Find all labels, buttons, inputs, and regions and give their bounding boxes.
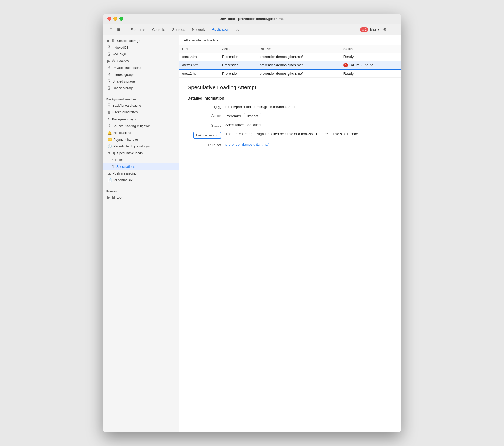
sidebar-item-indexeddb[interactable]: 🗄 IndexedDB: [103, 44, 179, 51]
sidebar-item-bounce-tracking[interactable]: 🗄 Bounce tracking mitigation: [103, 123, 179, 129]
inspect-element-icon[interactable]: ▣: [115, 26, 123, 33]
frames-header: Frames: [103, 187, 179, 194]
sidebar-label: Reporting API: [113, 178, 133, 182]
sidebar-label: Speculative loads: [117, 151, 143, 155]
database-icon: 🗄: [107, 45, 111, 50]
sidebar: ▶ 🗄 Session storage 🗄 IndexedDB 🗄 Web SQ…: [103, 35, 179, 432]
detail-value-url: https://prerender-demos.glitch.me/next3.…: [225, 105, 392, 109]
table-row-selected[interactable]: /next3.html Prerender prerender-demos.gl…: [179, 61, 401, 70]
content-area: All speculative loads ▾ URL Action Rule …: [179, 35, 401, 432]
sidebar-item-push-messaging[interactable]: ☁ Push messaging: [103, 170, 179, 177]
main-layout: ▶ 🗄 Session storage 🗄 IndexedDB 🗄 Web SQ…: [103, 35, 401, 432]
main-select[interactable]: Main ▾: [370, 28, 379, 31]
cell-action: Prerender: [219, 61, 256, 70]
database-icon: 🗄: [112, 39, 115, 43]
sidebar-item-frames-top[interactable]: ▶ 🖼 top: [103, 194, 179, 201]
sidebar-item-rules[interactable]: ↑ Rules: [103, 156, 179, 163]
minimize-button[interactable]: [113, 17, 117, 21]
tab-network[interactable]: Network: [189, 26, 208, 33]
sidebar-label: Background fetch: [112, 110, 138, 114]
detail-value-rule-set[interactable]: prerender-demos.glitch.me/: [225, 142, 392, 146]
tab-console[interactable]: Console: [149, 26, 168, 33]
speculative-loads-icon: ⇅: [113, 151, 116, 155]
sidebar-item-back-forward-cache[interactable]: 🗄 Back/forward cache: [103, 102, 179, 109]
detail-title: Speculative Loading Attempt: [188, 84, 392, 91]
maximize-button[interactable]: [119, 17, 123, 21]
tab-sources[interactable]: Sources: [169, 26, 188, 33]
table-row[interactable]: /next2.html Prerender prerender-demos.gl…: [179, 69, 401, 77]
sidebar-label: Back/forward cache: [113, 104, 141, 107]
database-icon: 🗄: [107, 86, 111, 90]
database-icon: 🗄: [107, 103, 111, 107]
settings-button[interactable]: ⚙: [381, 26, 388, 33]
cursor-icon[interactable]: ⬚: [106, 26, 114, 33]
detail-grid: URL https://prerender-demos.glitch.me/ne…: [188, 105, 392, 147]
detail-section-title: Detailed information: [188, 96, 392, 100]
background-services-header: Background services: [103, 95, 179, 102]
sidebar-item-shared-storage[interactable]: 🗄 Shared storage: [103, 78, 179, 85]
rules-icon: ↑: [112, 158, 114, 162]
sidebar-item-background-sync[interactable]: ↻ Background sync: [103, 116, 179, 123]
table-row[interactable]: /next.html Prerender prerender-demos.gli…: [179, 53, 401, 61]
inspect-button[interactable]: Inspect: [244, 113, 261, 119]
filter-dropdown[interactable]: All speculative loads ▾: [182, 37, 220, 43]
sidebar-item-web-sql[interactable]: 🗄 Web SQL: [103, 51, 179, 58]
sidebar-label: IndexedDB: [113, 46, 129, 50]
clock-icon: 🕐: [107, 144, 112, 148]
cell-rule-set: prerender-demos.glitch.me/: [256, 61, 340, 70]
detail-label-url: URL: [188, 105, 225, 109]
detail-label-failure-reason: Failure reason: [188, 131, 225, 139]
toolbar: ⬚ ▣ Elements Console Sources Network App…: [103, 24, 401, 35]
tab-elements[interactable]: Elements: [127, 26, 148, 33]
window-title: DevTools - prerender-demos.glitch.me/: [220, 17, 284, 21]
expand-icon: ▶: [107, 39, 110, 43]
payment-icon: 💳: [107, 137, 112, 142]
filter-chevron-icon: ▾: [217, 38, 219, 42]
sidebar-label: Rules: [115, 158, 124, 162]
sidebar-item-periodic-background-sync[interactable]: 🕐 Periodic background sync: [103, 143, 179, 150]
sidebar-item-session-storage[interactable]: ▶ 🗄 Session storage: [103, 37, 179, 44]
detail-label-rule-set: Rule set: [188, 142, 225, 147]
sidebar-item-background-fetch[interactable]: ⇅ Background fetch: [103, 109, 179, 116]
sidebar-label: Bounce tracking mitigation: [113, 124, 151, 128]
more-tabs-button[interactable]: >>: [233, 26, 244, 33]
sidebar-item-payment-handler[interactable]: 💳 Payment handler: [103, 136, 179, 143]
detail-panel: Speculative Loading Attempt Detailed inf…: [179, 78, 401, 433]
expand-icon: ▼: [107, 151, 111, 155]
detail-value-failure-reason: The prerendering navigation failed becau…: [225, 131, 392, 137]
alert-badge[interactable]: ⚠ 2: [360, 27, 368, 32]
sidebar-divider-2: [103, 185, 179, 185]
sidebar-label: Shared storage: [113, 80, 135, 83]
sidebar-item-cookies[interactable]: ▶ ⏱ Cookies: [103, 58, 179, 64]
sidebar-label: Speculations: [116, 165, 135, 169]
sidebar-item-reporting-api[interactable]: 📄 Reporting API: [103, 177, 179, 183]
sidebar-item-speculative-loads[interactable]: ▼ ⇅ Speculative loads: [103, 150, 179, 156]
cookie-icon: ⏱: [112, 59, 115, 63]
sidebar-label: Cookies: [117, 59, 129, 63]
sidebar-label: Periodic background sync: [113, 145, 150, 148]
tab-application[interactable]: Application: [209, 26, 233, 33]
tracking-icon: 🗄: [107, 124, 111, 128]
sidebar-item-speculations[interactable]: ⇅ Speculations: [103, 163, 179, 170]
sync-icon: ↻: [107, 117, 110, 121]
cell-url: /next.html: [179, 53, 219, 61]
sidebar-item-notifications[interactable]: 🔔 Notifications: [103, 129, 179, 136]
expand-icon: ▶: [107, 59, 110, 63]
close-button[interactable]: [107, 17, 111, 21]
sidebar-label: Private state tokens: [113, 66, 141, 70]
sidebar-item-cache-storage[interactable]: 🗄 Cache storage: [103, 85, 179, 91]
detail-label-status: Status: [188, 123, 225, 127]
tab-bar: Elements Console Sources Network Applica…: [127, 26, 359, 33]
frame-icon: 🖼: [112, 195, 115, 199]
database-icon: 🗄: [107, 73, 111, 77]
cell-rule-set: prerender-demos.glitch.me/: [256, 69, 340, 77]
sidebar-item-private-state-tokens[interactable]: 🗄 Private state tokens: [103, 64, 179, 71]
cell-status: Ready: [340, 69, 401, 77]
more-options-button[interactable]: ⋮: [390, 26, 398, 33]
cell-url: /next3.html: [179, 61, 219, 70]
sidebar-item-interest-groups[interactable]: 🗄 Interest groups: [103, 71, 179, 78]
alert-icon: ⚠: [362, 28, 364, 31]
spec-table-area: All speculative loads ▾ URL Action Rule …: [179, 35, 401, 78]
detail-label-action: Action: [188, 113, 225, 118]
col-url: URL: [179, 45, 219, 53]
